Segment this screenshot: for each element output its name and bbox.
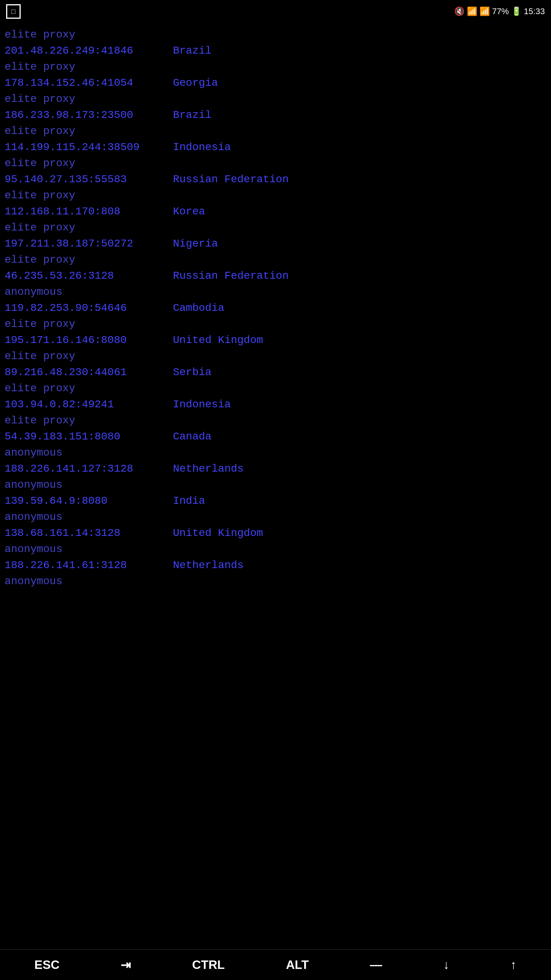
proxy-entry: elite proxy197.211.38.187:50272Nigeria bbox=[5, 220, 546, 252]
terminal-content: elite proxy201.48.226.249:41846Brazileli… bbox=[0, 23, 551, 949]
proxy-country: Indonesia bbox=[173, 397, 231, 413]
proxy-row: 188.226.141.61:3128Netherlands bbox=[5, 557, 546, 573]
proxy-ip: 197.211.38.187:50272 bbox=[5, 236, 165, 252]
proxy-row: 188.226.141.127:3128Netherlands bbox=[5, 461, 546, 477]
proxy-entry: elite proxy112.168.11.170:808Korea bbox=[5, 188, 546, 220]
proxy-row: 114.199.115.244:38509Indonesia bbox=[5, 139, 546, 155]
status-right: 🔇 📶 📶 77% 🔋 15:33 bbox=[454, 7, 545, 16]
proxy-type: elite proxy bbox=[5, 123, 546, 139]
proxy-row: 195.171.16.146:8080United Kingdom bbox=[5, 332, 546, 348]
proxy-type: anonymous bbox=[5, 509, 546, 525]
arrow-up-key[interactable]: ↑ bbox=[510, 958, 517, 972]
proxy-row: 112.168.11.170:808Korea bbox=[5, 204, 546, 220]
proxy-entry: anonymous188.226.141.127:3128Netherlands bbox=[5, 445, 546, 477]
proxy-ip: 95.140.27.135:55583 bbox=[5, 172, 165, 188]
proxy-ip: 188.226.141.61:3128 bbox=[5, 557, 165, 573]
proxy-entry: elite proxy54.39.183.151:8080Canada bbox=[5, 413, 546, 445]
proxy-entry: elite proxy201.48.226.249:41846Brazil bbox=[5, 27, 546, 59]
proxy-entry: elite proxy114.199.115.244:38509Indonesi… bbox=[5, 123, 546, 155]
proxy-country: United Kingdom bbox=[173, 332, 263, 348]
battery-level: 77% bbox=[492, 7, 509, 16]
arrow-down-key[interactable]: ↓ bbox=[443, 958, 449, 972]
proxy-type: elite proxy bbox=[5, 155, 546, 172]
proxy-entry: anonymous bbox=[5, 573, 546, 590]
proxy-entry: elite proxy103.94.0.82:49241Indonesia bbox=[5, 381, 546, 413]
proxy-entry: elite proxy195.171.16.146:8080United Kin… bbox=[5, 316, 546, 348]
tab-key[interactable]: ⇥ bbox=[121, 958, 131, 972]
mute-icon: 🔇 bbox=[454, 7, 465, 16]
proxy-country: India bbox=[173, 493, 205, 509]
proxy-ip: 139.59.64.9:8080 bbox=[5, 493, 165, 509]
status-left: □ bbox=[6, 4, 21, 19]
bottom-bar: ESC ⇥ CTRL ALT — ↓ ↑ bbox=[0, 949, 551, 980]
proxy-row: 119.82.253.90:54646Cambodia bbox=[5, 300, 546, 316]
proxy-row: 197.211.38.187:50272Nigeria bbox=[5, 236, 546, 252]
proxy-country: United Kingdom bbox=[173, 525, 263, 541]
proxy-country: Russian Federation bbox=[173, 172, 289, 188]
proxy-country: Russian Federation bbox=[173, 268, 289, 284]
proxy-ip: 54.39.183.151:8080 bbox=[5, 429, 165, 445]
proxy-ip: 119.82.253.90:54646 bbox=[5, 300, 165, 316]
proxy-row: 139.59.64.9:8080India bbox=[5, 493, 546, 509]
proxy-row: 95.140.27.135:55583Russian Federation bbox=[5, 172, 546, 188]
proxy-ip: 46.235.53.26:3128 bbox=[5, 268, 165, 284]
proxy-row: 178.134.152.46:41054Georgia bbox=[5, 75, 546, 91]
proxy-ip: 103.94.0.82:49241 bbox=[5, 397, 165, 413]
proxy-entry: elite proxy178.134.152.46:41054Georgia bbox=[5, 59, 546, 91]
proxy-row: 46.235.53.26:3128Russian Federation bbox=[5, 268, 546, 284]
wifi-icon: 📶 bbox=[467, 7, 477, 16]
proxy-entry: anonymous139.59.64.9:8080India bbox=[5, 477, 546, 509]
proxy-country: Netherlands bbox=[173, 461, 244, 477]
proxy-entry: elite proxy186.233.98.173:23500Brazil bbox=[5, 91, 546, 123]
ctrl-key[interactable]: CTRL bbox=[192, 958, 225, 972]
proxy-country: Nigeria bbox=[173, 236, 218, 252]
proxy-ip: 89.216.48.230:44061 bbox=[5, 364, 165, 381]
proxy-row: 186.233.98.173:23500Brazil bbox=[5, 107, 546, 123]
proxy-ip: 138.68.161.14:3128 bbox=[5, 525, 165, 541]
proxy-entry: elite proxy89.216.48.230:44061Serbia bbox=[5, 348, 546, 381]
battery-icon: 🔋 bbox=[511, 7, 522, 16]
proxy-country: Netherlands bbox=[173, 557, 244, 573]
time-display: 15:33 bbox=[524, 7, 545, 16]
proxy-entry: anonymous119.82.253.90:54646Cambodia bbox=[5, 284, 546, 316]
proxy-country: Cambodia bbox=[173, 300, 224, 316]
status-bar: □ 🔇 📶 📶 77% 🔋 15:33 bbox=[0, 0, 551, 23]
proxy-type: anonymous bbox=[5, 445, 546, 461]
proxy-type: elite proxy bbox=[5, 220, 546, 236]
proxy-country: Brazil bbox=[173, 43, 212, 59]
proxy-type: elite proxy bbox=[5, 348, 546, 364]
proxy-entry: elite proxy46.235.53.26:3128Russian Fede… bbox=[5, 252, 546, 284]
proxy-type: elite proxy bbox=[5, 381, 546, 397]
proxy-entry: anonymous188.226.141.61:3128Netherlands bbox=[5, 541, 546, 573]
proxy-row: 103.94.0.82:49241Indonesia bbox=[5, 397, 546, 413]
proxy-type: elite proxy bbox=[5, 252, 546, 268]
proxy-ip: 178.134.152.46:41054 bbox=[5, 75, 165, 91]
proxy-ip: 188.226.141.127:3128 bbox=[5, 461, 165, 477]
proxy-type: elite proxy bbox=[5, 27, 546, 43]
proxy-ip: 114.199.115.244:38509 bbox=[5, 139, 165, 155]
proxy-ip: 112.168.11.170:808 bbox=[5, 204, 165, 220]
proxy-type: anonymous bbox=[5, 573, 546, 590]
proxy-ip: 186.233.98.173:23500 bbox=[5, 107, 165, 123]
proxy-row: 89.216.48.230:44061Serbia bbox=[5, 364, 546, 381]
proxy-type: anonymous bbox=[5, 284, 546, 300]
proxy-country: Georgia bbox=[173, 75, 218, 91]
proxy-type: elite proxy bbox=[5, 413, 546, 429]
proxy-ip: 195.171.16.146:8080 bbox=[5, 332, 165, 348]
proxy-country: Canada bbox=[173, 429, 212, 445]
terminal-icon: □ bbox=[6, 4, 21, 19]
proxy-ip: 201.48.226.249:41846 bbox=[5, 43, 165, 59]
proxy-type: anonymous bbox=[5, 541, 546, 557]
proxy-type: anonymous bbox=[5, 477, 546, 493]
proxy-row: 201.48.226.249:41846Brazil bbox=[5, 43, 546, 59]
dash-key[interactable]: — bbox=[370, 958, 382, 972]
proxy-type: elite proxy bbox=[5, 188, 546, 204]
proxy-row: 54.39.183.151:8080Canada bbox=[5, 429, 546, 445]
proxy-country: Korea bbox=[173, 204, 205, 220]
alt-key[interactable]: ALT bbox=[286, 958, 309, 972]
proxy-type: elite proxy bbox=[5, 316, 546, 332]
signal-icon: 📶 bbox=[479, 7, 490, 16]
proxy-country: Brazil bbox=[173, 107, 212, 123]
proxy-entry: anonymous138.68.161.14:3128United Kingdo… bbox=[5, 509, 546, 541]
esc-key[interactable]: ESC bbox=[34, 958, 60, 972]
